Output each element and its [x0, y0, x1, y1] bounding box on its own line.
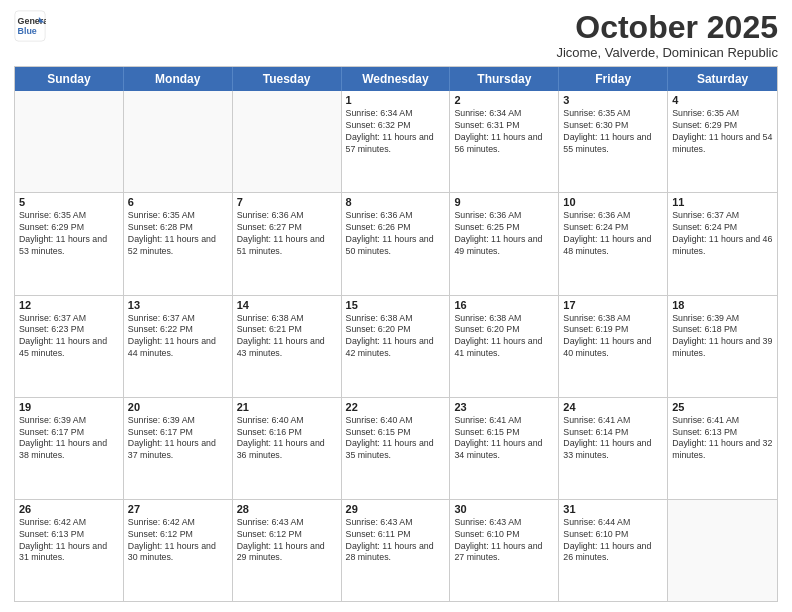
day-number: 31 [563, 503, 663, 515]
day-number: 13 [128, 299, 228, 311]
day-info: Sunrise: 6:35 AM Sunset: 6:28 PM Dayligh… [128, 210, 228, 258]
calendar-day-8: 8Sunrise: 6:36 AM Sunset: 6:26 PM Daylig… [342, 193, 451, 294]
day-info: Sunrise: 6:34 AM Sunset: 6:31 PM Dayligh… [454, 108, 554, 156]
day-info: Sunrise: 6:35 AM Sunset: 6:30 PM Dayligh… [563, 108, 663, 156]
day-number: 11 [672, 196, 773, 208]
day-info: Sunrise: 6:38 AM Sunset: 6:19 PM Dayligh… [563, 313, 663, 361]
day-number: 10 [563, 196, 663, 208]
weekday-header-friday: Friday [559, 67, 668, 91]
calendar-day-17: 17Sunrise: 6:38 AM Sunset: 6:19 PM Dayli… [559, 296, 668, 397]
calendar-day-23: 23Sunrise: 6:41 AM Sunset: 6:15 PM Dayli… [450, 398, 559, 499]
calendar-body: 1Sunrise: 6:34 AM Sunset: 6:32 PM Daylig… [15, 91, 777, 601]
weekday-header-wednesday: Wednesday [342, 67, 451, 91]
day-info: Sunrise: 6:41 AM Sunset: 6:15 PM Dayligh… [454, 415, 554, 463]
day-info: Sunrise: 6:40 AM Sunset: 6:15 PM Dayligh… [346, 415, 446, 463]
calendar-day-15: 15Sunrise: 6:38 AM Sunset: 6:20 PM Dayli… [342, 296, 451, 397]
day-number: 7 [237, 196, 337, 208]
calendar-day-10: 10Sunrise: 6:36 AM Sunset: 6:24 PM Dayli… [559, 193, 668, 294]
day-info: Sunrise: 6:34 AM Sunset: 6:32 PM Dayligh… [346, 108, 446, 156]
day-number: 6 [128, 196, 228, 208]
calendar-day-30: 30Sunrise: 6:43 AM Sunset: 6:10 PM Dayli… [450, 500, 559, 601]
calendar-day-16: 16Sunrise: 6:38 AM Sunset: 6:20 PM Dayli… [450, 296, 559, 397]
calendar-day-9: 9Sunrise: 6:36 AM Sunset: 6:25 PM Daylig… [450, 193, 559, 294]
day-number: 28 [237, 503, 337, 515]
calendar-day-12: 12Sunrise: 6:37 AM Sunset: 6:23 PM Dayli… [15, 296, 124, 397]
calendar-day-22: 22Sunrise: 6:40 AM Sunset: 6:15 PM Dayli… [342, 398, 451, 499]
day-number: 3 [563, 94, 663, 106]
day-info: Sunrise: 6:36 AM Sunset: 6:27 PM Dayligh… [237, 210, 337, 258]
logo-icon: General Blue [14, 10, 46, 42]
day-number: 24 [563, 401, 663, 413]
calendar-row-2: 5Sunrise: 6:35 AM Sunset: 6:29 PM Daylig… [15, 192, 777, 294]
day-info: Sunrise: 6:42 AM Sunset: 6:12 PM Dayligh… [128, 517, 228, 565]
day-info: Sunrise: 6:35 AM Sunset: 6:29 PM Dayligh… [19, 210, 119, 258]
day-number: 19 [19, 401, 119, 413]
day-info: Sunrise: 6:39 AM Sunset: 6:17 PM Dayligh… [128, 415, 228, 463]
calendar-day-18: 18Sunrise: 6:39 AM Sunset: 6:18 PM Dayli… [668, 296, 777, 397]
day-info: Sunrise: 6:38 AM Sunset: 6:20 PM Dayligh… [346, 313, 446, 361]
weekday-header-tuesday: Tuesday [233, 67, 342, 91]
calendar-day-29: 29Sunrise: 6:43 AM Sunset: 6:11 PM Dayli… [342, 500, 451, 601]
day-info: Sunrise: 6:41 AM Sunset: 6:14 PM Dayligh… [563, 415, 663, 463]
title-block: October 2025 Jicome, Valverde, Dominican… [556, 10, 778, 60]
weekday-header-thursday: Thursday [450, 67, 559, 91]
day-number: 20 [128, 401, 228, 413]
day-number: 30 [454, 503, 554, 515]
day-info: Sunrise: 6:37 AM Sunset: 6:24 PM Dayligh… [672, 210, 773, 258]
day-number: 21 [237, 401, 337, 413]
day-number: 15 [346, 299, 446, 311]
day-info: Sunrise: 6:38 AM Sunset: 6:21 PM Dayligh… [237, 313, 337, 361]
calendar-day-27: 27Sunrise: 6:42 AM Sunset: 6:12 PM Dayli… [124, 500, 233, 601]
day-number: 9 [454, 196, 554, 208]
header: General Blue October 2025 Jicome, Valver… [14, 10, 778, 60]
calendar-day-25: 25Sunrise: 6:41 AM Sunset: 6:13 PM Dayli… [668, 398, 777, 499]
weekday-header-saturday: Saturday [668, 67, 777, 91]
day-info: Sunrise: 6:37 AM Sunset: 6:23 PM Dayligh… [19, 313, 119, 361]
calendar: SundayMondayTuesdayWednesdayThursdayFrid… [14, 66, 778, 602]
day-info: Sunrise: 6:37 AM Sunset: 6:22 PM Dayligh… [128, 313, 228, 361]
calendar-day-26: 26Sunrise: 6:42 AM Sunset: 6:13 PM Dayli… [15, 500, 124, 601]
weekday-header-monday: Monday [124, 67, 233, 91]
day-number: 23 [454, 401, 554, 413]
calendar-day-21: 21Sunrise: 6:40 AM Sunset: 6:16 PM Dayli… [233, 398, 342, 499]
day-number: 5 [19, 196, 119, 208]
calendar-row-5: 26Sunrise: 6:42 AM Sunset: 6:13 PM Dayli… [15, 499, 777, 601]
day-number: 1 [346, 94, 446, 106]
calendar-day-20: 20Sunrise: 6:39 AM Sunset: 6:17 PM Dayli… [124, 398, 233, 499]
day-info: Sunrise: 6:39 AM Sunset: 6:18 PM Dayligh… [672, 313, 773, 361]
calendar-header: SundayMondayTuesdayWednesdayThursdayFrid… [15, 67, 777, 91]
calendar-row-1: 1Sunrise: 6:34 AM Sunset: 6:32 PM Daylig… [15, 91, 777, 192]
day-number: 4 [672, 94, 773, 106]
day-number: 14 [237, 299, 337, 311]
day-number: 29 [346, 503, 446, 515]
calendar-day-31: 31Sunrise: 6:44 AM Sunset: 6:10 PM Dayli… [559, 500, 668, 601]
subtitle: Jicome, Valverde, Dominican Republic [556, 45, 778, 60]
calendar-day-19: 19Sunrise: 6:39 AM Sunset: 6:17 PM Dayli… [15, 398, 124, 499]
calendar-day-13: 13Sunrise: 6:37 AM Sunset: 6:22 PM Dayli… [124, 296, 233, 397]
calendar-day-1: 1Sunrise: 6:34 AM Sunset: 6:32 PM Daylig… [342, 91, 451, 192]
calendar-day-7: 7Sunrise: 6:36 AM Sunset: 6:27 PM Daylig… [233, 193, 342, 294]
day-info: Sunrise: 6:36 AM Sunset: 6:25 PM Dayligh… [454, 210, 554, 258]
day-info: Sunrise: 6:43 AM Sunset: 6:10 PM Dayligh… [454, 517, 554, 565]
day-number: 27 [128, 503, 228, 515]
day-info: Sunrise: 6:35 AM Sunset: 6:29 PM Dayligh… [672, 108, 773, 156]
calendar-day-11: 11Sunrise: 6:37 AM Sunset: 6:24 PM Dayli… [668, 193, 777, 294]
day-number: 8 [346, 196, 446, 208]
day-number: 12 [19, 299, 119, 311]
logo: General Blue [14, 10, 48, 42]
calendar-day-6: 6Sunrise: 6:35 AM Sunset: 6:28 PM Daylig… [124, 193, 233, 294]
calendar-day-28: 28Sunrise: 6:43 AM Sunset: 6:12 PM Dayli… [233, 500, 342, 601]
day-info: Sunrise: 6:41 AM Sunset: 6:13 PM Dayligh… [672, 415, 773, 463]
day-info: Sunrise: 6:43 AM Sunset: 6:11 PM Dayligh… [346, 517, 446, 565]
day-number: 22 [346, 401, 446, 413]
calendar-empty-cell [233, 91, 342, 192]
day-number: 18 [672, 299, 773, 311]
calendar-row-3: 12Sunrise: 6:37 AM Sunset: 6:23 PM Dayli… [15, 295, 777, 397]
day-number: 25 [672, 401, 773, 413]
day-info: Sunrise: 6:38 AM Sunset: 6:20 PM Dayligh… [454, 313, 554, 361]
calendar-empty-cell [124, 91, 233, 192]
page: General Blue October 2025 Jicome, Valver… [0, 0, 792, 612]
day-info: Sunrise: 6:42 AM Sunset: 6:13 PM Dayligh… [19, 517, 119, 565]
day-info: Sunrise: 6:39 AM Sunset: 6:17 PM Dayligh… [19, 415, 119, 463]
day-number: 26 [19, 503, 119, 515]
